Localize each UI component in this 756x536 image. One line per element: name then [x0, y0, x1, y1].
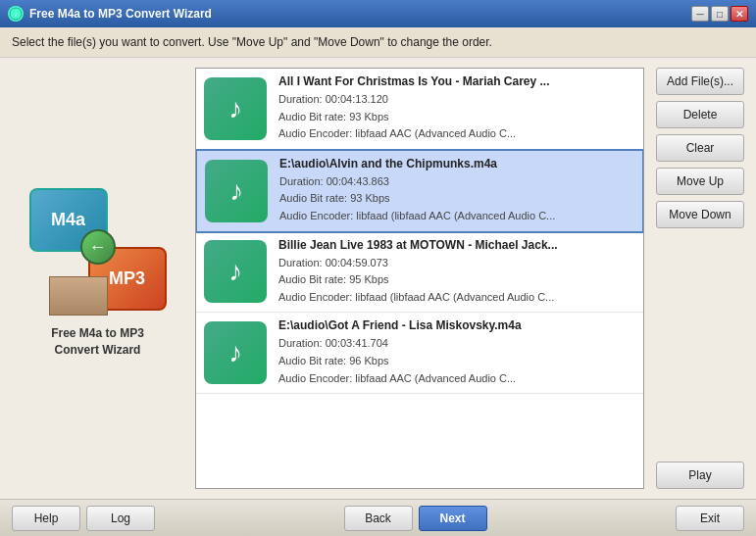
file-thumbnail: ♪ — [204, 240, 267, 303]
file-list-item[interactable]: ♪ E:\audio\Got A Friend - Lisa Miskovsky… — [196, 313, 643, 394]
window-controls: ─ □ ✕ — [691, 6, 748, 22]
file-list-item[interactable]: ♪ Billie Jean Live 1983 at MOTOWN - Mich… — [196, 232, 643, 314]
svg-text:♪: ♪ — [14, 11, 18, 18]
music-note-icon: ♪ — [228, 256, 242, 287]
log-button[interactable]: Log — [86, 506, 155, 531]
logo-panel: M4a ← MP3 Free M4a to MP3 Convert Wizard — [12, 68, 183, 489]
file-name: All I Want For Christmas Is You - Mariah… — [278, 74, 635, 88]
clear-button[interactable]: Clear — [656, 134, 744, 162]
file-name: E:\audio\Got A Friend - Lisa Miskovsky.m… — [278, 318, 635, 332]
file-encoder: Audio Encoder: libfaad AAC (Advanced Aud… — [278, 125, 635, 143]
music-note-icon: ♪ — [228, 93, 242, 124]
main-window: Select the file(s) you want to convert. … — [0, 27, 756, 536]
file-name: E:\audio\Alvin and the Chipmunks.m4a — [279, 157, 634, 171]
add-files-button[interactable]: Add File(s)... — [656, 68, 744, 95]
instruction-header: Select the file(s) you want to convert. … — [0, 27, 756, 58]
content-area: M4a ← MP3 Free M4a to MP3 Convert Wizard… — [0, 58, 756, 499]
file-duration: Duration: 00:03:41.704 — [278, 335, 635, 353]
file-bitrate: Audio Bit rate: 96 Kbps — [278, 353, 635, 370]
file-encoder: Audio Encoder: libfaad AAC (Advanced Aud… — [278, 370, 635, 388]
file-bitrate: Audio Bit rate: 93 Kbps — [278, 109, 635, 126]
move-up-button[interactable]: Move Up — [656, 168, 744, 195]
file-thumbnail: ♪ — [205, 160, 268, 222]
box-icon — [49, 276, 108, 316]
logo-graphic: M4a ← MP3 — [29, 178, 167, 316]
close-button[interactable]: ✕ — [731, 6, 748, 22]
bottom-left-buttons: Help Log — [12, 506, 155, 531]
file-list-item[interactable]: ♪ All I Want For Christmas Is You - Mari… — [196, 69, 643, 150]
file-duration: Duration: 00:04:13.120 — [278, 91, 635, 109]
window-title: Free M4a to MP3 Convert Wizard — [29, 7, 691, 21]
delete-button[interactable]: Delete — [656, 101, 744, 128]
file-info: Billie Jean Live 1983 at MOTOWN - Michae… — [278, 238, 635, 307]
file-encoder: Audio Encoder: libfaad (libfaad AAC (Adv… — [279, 208, 634, 225]
arrow-icon: ← — [80, 229, 116, 265]
file-name: Billie Jean Live 1983 at MOTOWN - Michae… — [278, 238, 635, 252]
maximize-button[interactable]: □ — [711, 6, 729, 22]
next-button[interactable]: Next — [419, 506, 487, 531]
file-thumbnail: ♪ — [204, 77, 267, 140]
right-button-panel: Add File(s)... Delete Clear Move Up Move… — [656, 68, 744, 489]
music-note-icon: ♪ — [228, 337, 242, 368]
app-icon: ♪ — [8, 6, 24, 22]
file-info: All I Want For Christmas Is You - Mariah… — [278, 74, 635, 143]
bottom-right-buttons: Exit — [676, 506, 744, 531]
help-button[interactable]: Help — [12, 506, 80, 531]
file-thumbnail: ♪ — [204, 321, 267, 384]
move-down-button[interactable]: Move Down — [656, 201, 744, 228]
file-list-item[interactable]: ♪ E:\audio\Alvin and the Chipmunks.m4a D… — [195, 149, 644, 233]
exit-button[interactable]: Exit — [676, 506, 744, 531]
bottom-bar: Help Log Back Next Exit — [0, 499, 756, 536]
play-button[interactable]: Play — [656, 462, 744, 489]
bottom-center-buttons: Back Next — [344, 506, 487, 531]
file-list[interactable]: ♪ All I Want For Christmas Is You - Mari… — [195, 68, 644, 489]
back-button[interactable]: Back — [344, 506, 413, 531]
file-bitrate: Audio Bit rate: 95 Kbps — [278, 271, 635, 289]
file-encoder: Audio Encoder: libfaad (libfaad AAC (Adv… — [278, 289, 635, 307]
music-note-icon: ♪ — [229, 175, 243, 207]
file-duration: Duration: 00:04:59.073 — [278, 255, 635, 272]
file-info: E:\audio\Alvin and the Chipmunks.m4a Dur… — [279, 157, 634, 225]
file-duration: Duration: 00:04:43.863 — [279, 173, 634, 191]
file-info: E:\audio\Got A Friend - Lisa Miskovsky.m… — [278, 318, 635, 387]
title-bar: ♪ Free M4a to MP3 Convert Wizard ─ □ ✕ — [0, 0, 756, 27]
instruction-text: Select the file(s) you want to convert. … — [12, 35, 492, 49]
minimize-button[interactable]: ─ — [691, 6, 709, 22]
file-bitrate: Audio Bit rate: 93 Kbps — [279, 190, 634, 208]
logo-title: Free M4a to MP3 Convert Wizard — [51, 325, 144, 359]
